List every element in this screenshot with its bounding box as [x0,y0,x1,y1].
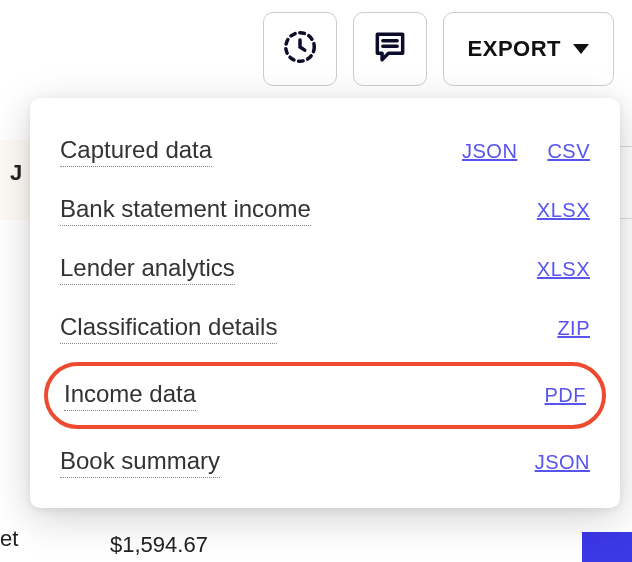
history-button[interactable] [263,12,337,86]
export-row-formats: XLSX [537,199,590,222]
bg-column-letter: J [10,160,22,186]
export-row: Book summaryJSON [54,433,596,492]
bg-blue-fragment [582,532,632,562]
export-format-link-pdf[interactable]: PDF [545,384,587,407]
export-row-label: Captured data [60,136,212,167]
export-row-label: Classification details [60,313,277,344]
export-row-formats: JSONCSV [462,140,590,163]
export-row-formats: ZIP [557,317,590,340]
export-format-link-zip[interactable]: ZIP [557,317,590,340]
toolbar: EXPORT [263,12,614,86]
export-row-formats: JSON [535,451,590,474]
export-row: Lender analyticsXLSX [54,240,596,299]
export-row: Income dataPDF [64,376,586,415]
chat-lines-icon [371,28,409,70]
export-row: Captured dataJSONCSV [54,122,596,181]
export-format-link-json[interactable]: JSON [462,140,517,163]
export-row: Bank statement incomeXLSX [54,181,596,240]
caret-down-icon [573,44,589,54]
export-format-link-json[interactable]: JSON [535,451,590,474]
bg-price-value: $1,594.67 [110,532,208,558]
export-row: Classification detailsZIP [54,299,596,358]
export-format-link-xlsx[interactable]: XLSX [537,258,590,281]
export-format-link-xlsx[interactable]: XLSX [537,199,590,222]
clock-dashed-icon [281,28,319,70]
highlight-ring: Income dataPDF [44,362,606,429]
export-row-formats: XLSX [537,258,590,281]
export-row-label: Income data [64,380,196,411]
export-button[interactable]: EXPORT [443,12,614,86]
comments-button[interactable] [353,12,427,86]
export-row-label: Book summary [60,447,220,478]
bg-truncated-label: et [0,526,18,552]
export-button-label: EXPORT [468,36,561,62]
export-row-formats: PDF [545,384,587,407]
export-row-label: Bank statement income [60,195,311,226]
export-row-label: Lender analytics [60,254,235,285]
export-format-link-csv[interactable]: CSV [547,140,590,163]
export-dropdown: Captured dataJSONCSVBank statement incom… [30,98,620,508]
